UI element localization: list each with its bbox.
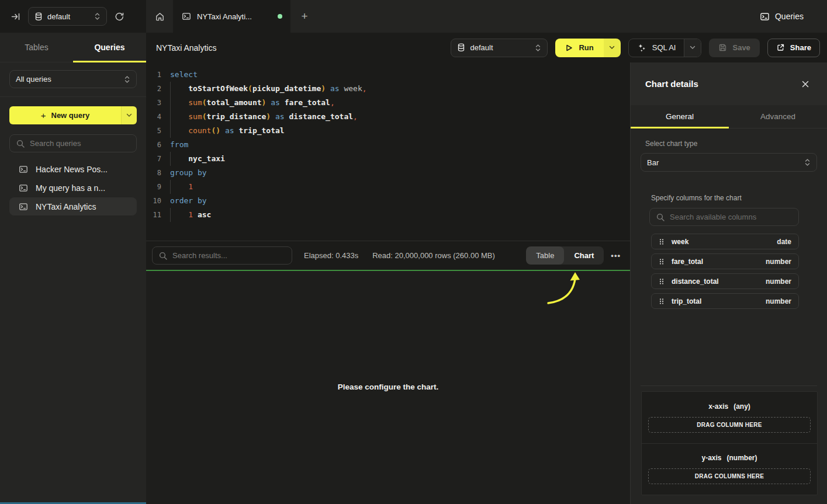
drag-handle-icon [659,258,665,265]
query-filter-select[interactable]: All queries [9,70,137,88]
axis-configuration: x-axis (any) DRAG COLUMN HERE y-axis (nu… [641,391,818,495]
sql-ai-split-button: SQL AI [628,39,702,57]
chart-type-select[interactable]: Bar [641,153,817,172]
query-list-item[interactable]: My query has a n... [9,179,137,197]
editor-pane: 1select2 toStartOfWeek(pickup_datetime) … [146,62,630,504]
chevron-down-icon [690,46,695,50]
y-axis-constraint: (number) [727,454,757,462]
share-icon [776,43,785,52]
code-line[interactable]: 11 1 asc [146,208,630,222]
query-list-item-selected[interactable]: NYTaxi Analytics [9,197,137,215]
run-options-button[interactable] [604,39,621,57]
run-split-button: Run [555,39,620,57]
new-query-label: New query [51,111,90,120]
code-line[interactable]: 7 nyc_taxi [146,152,630,166]
chart-type-label: Select chart type [645,140,817,148]
code-line[interactable]: 5 count() as trip_total [146,124,630,138]
editor-database-selector[interactable]: default [451,39,548,57]
tab-general[interactable]: General [631,105,729,128]
columns-search-input[interactable] [670,213,792,221]
collapse-sidebar-button[interactable] [8,9,23,24]
chevron-updown-icon [535,44,541,52]
sql-console-app: default NYTaxi Analyti.. [0,0,827,504]
more-options-button[interactable]: ••• [611,251,621,260]
query-item-label: My query has a n... [36,183,105,193]
x-axis-drop-zone[interactable]: DRAG COLUMN HERE [648,417,811,433]
query-search-input[interactable] [30,139,130,148]
code-line[interactable]: 9 1 [146,180,630,194]
run-button[interactable]: Run [555,39,603,57]
chart-area: Please configure the chart. [146,270,630,504]
database-selector-value: default [47,12,70,21]
code-line[interactable]: 8group by [146,166,630,180]
tab-queries[interactable]: Queries [73,33,146,62]
results-search-input[interactable] [172,251,285,260]
column-chip-distance-total[interactable]: distance_total number [651,273,799,289]
line-number: 2 [146,82,161,96]
line-number: 3 [146,96,161,110]
run-label: Run [579,43,593,52]
line-number: 7 [146,152,161,166]
query-list: Hacker News Pos... My query has a n... N… [9,160,137,215]
code-line[interactable]: 2 toStartOfWeek(pickup_datetime) as week… [146,82,630,96]
column-type: number [766,277,791,286]
column-chip-fare-total[interactable]: fare_total number [651,253,799,269]
columns-search-box [649,208,799,226]
column-chip-trip-total[interactable]: trip_total number [651,293,799,309]
chevron-down-icon [609,46,615,50]
database-selector[interactable]: default [28,7,107,26]
code-line[interactable]: 10order by [146,194,630,208]
code-line[interactable]: 6from [146,138,630,152]
chevron-updown-icon [94,12,101,20]
share-button[interactable]: Share [767,39,820,57]
sql-ai-label: SQL AI [652,43,676,52]
view-tab-table[interactable]: Table [526,246,564,265]
code-line[interactable]: 3 sum(total_amount) as fare_total, [146,96,630,110]
column-chip-week[interactable]: week date [651,234,799,249]
chart-details-tabs: General Advanced [631,105,827,128]
close-panel-button[interactable] [800,79,811,89]
new-query-dropdown-button[interactable] [121,106,137,124]
query-search-box [9,134,137,152]
query-list-item[interactable]: Hacker News Pos... [9,160,137,178]
code-line[interactable]: 4 sum(trip_distance) as distance_total, [146,110,630,124]
tab-nytaxi-analytics[interactable]: NYTaxi Analyti... [174,0,290,33]
sql-ai-button[interactable]: SQL AI [629,39,684,57]
tab-advanced[interactable]: Advanced [729,105,827,128]
drag-handle-icon [659,298,665,305]
column-name: distance_total [672,277,719,286]
column-type: date [777,238,791,246]
queries-panel-button[interactable]: Queries [760,0,804,33]
sql-editor[interactable]: 1select2 toStartOfWeek(pickup_datetime) … [146,62,630,241]
new-tab-button[interactable]: + [290,0,319,33]
save-button[interactable]: Save [709,39,759,57]
chart-details-panel: Chart details General Advanced Select ch… [630,62,827,504]
query-item-label: Hacker News Pos... [36,165,108,174]
play-icon [565,44,573,52]
x-axis-label: x-axis (any) [708,402,750,411]
view-tab-chart[interactable]: Chart [564,246,604,265]
new-query-button[interactable]: + New query [9,106,121,124]
line-number: 10 [146,194,161,208]
tab-strip: NYTaxi Analyti... + Queries [146,0,827,33]
terminal-icon [19,202,28,211]
terminal-icon [182,12,191,21]
tab-title: NYTaxi Analyti... [197,12,252,21]
refresh-button[interactable] [112,9,127,24]
search-icon [16,140,25,148]
database-icon [457,43,465,52]
y-axis-section: y-axis (number) DRAG COLUMNS HERE [642,444,817,495]
code-line[interactable]: 1select [146,68,630,82]
line-number: 6 [146,138,161,152]
divider [0,96,146,97]
divider [641,385,817,386]
configure-chart-message: Please configure the chart. [146,383,630,391]
tab-tables[interactable]: Tables [0,33,73,62]
query-item-label: NYTaxi Analytics [36,202,96,211]
y-axis-drop-zone[interactable]: DRAG COLUMNS HERE [648,468,811,484]
sparkles-icon [637,43,646,53]
tab-home[interactable] [146,0,174,33]
sql-ai-options-button[interactable] [684,39,701,57]
line-number: 4 [146,110,161,124]
tab-general-label: General [666,112,694,121]
